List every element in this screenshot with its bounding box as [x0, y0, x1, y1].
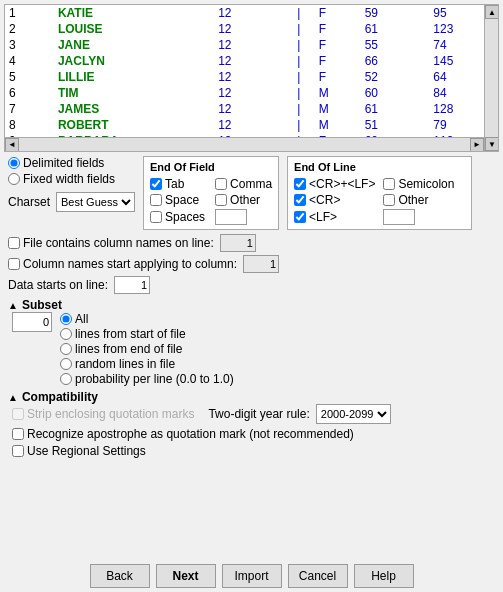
start-radio[interactable]: [60, 328, 72, 340]
delimited-radio[interactable]: [8, 157, 20, 169]
regional-checkbox-label[interactable]: Use Regional Settings: [12, 444, 495, 458]
data-starts-input[interactable]: [114, 276, 150, 294]
end-of-field-panel: End Of Field Tab Comma Space: [143, 156, 279, 230]
prob-radio-label[interactable]: probability per line (0.0 to 1.0): [60, 372, 234, 386]
space-checkbox-label[interactable]: Space: [150, 193, 207, 207]
tab-checkbox-label[interactable]: Tab: [150, 177, 207, 191]
data-starts-field: Data starts on line:: [8, 276, 495, 294]
row-sex: F: [315, 69, 361, 85]
strip-label: Strip enclosing quotation marks: [27, 407, 194, 421]
scroll-down-arrow[interactable]: ▼: [485, 137, 499, 151]
compat-triangle-icon: ▲: [8, 392, 18, 403]
start-label: lines from start of file: [75, 327, 186, 341]
comma-checkbox[interactable]: [215, 178, 227, 190]
all-radio-label[interactable]: All: [60, 312, 234, 326]
scroll-right-arrow[interactable]: ►: [470, 138, 484, 152]
random-label: random lines in file: [75, 357, 175, 371]
spaces-checkbox-label[interactable]: Spaces: [150, 209, 207, 225]
table-row: 7 JAMES 12 | M 61 128: [5, 101, 498, 117]
row-num: 1: [5, 5, 54, 21]
random-radio-label[interactable]: random lines in file: [60, 357, 234, 371]
subset-content: All lines from start of file lines from …: [8, 312, 495, 386]
row-sep: |: [283, 69, 315, 85]
col-names-line-input[interactable]: [220, 234, 256, 252]
help-button[interactable]: Help: [354, 564, 414, 588]
scroll-up-arrow[interactable]: ▲: [485, 5, 499, 19]
all-radio[interactable]: [60, 313, 72, 325]
horizontal-scrollbar[interactable]: ◄ ►: [5, 137, 484, 151]
table-row: 1 KATIE 12 | F 59 95: [5, 5, 498, 21]
row-sep: |: [283, 101, 315, 117]
semicolon-checkbox[interactable]: [383, 178, 395, 190]
cancel-button[interactable]: Cancel: [288, 564, 348, 588]
row-height: 52: [361, 69, 430, 85]
row-height: 60: [361, 85, 430, 101]
cr-checkbox[interactable]: [294, 194, 306, 206]
other-eol-input[interactable]: [383, 209, 415, 225]
col-names-start-input[interactable]: [243, 255, 279, 273]
row-sep: |: [283, 117, 315, 133]
tab-checkbox[interactable]: [150, 178, 162, 190]
next-button[interactable]: Next: [156, 564, 216, 588]
year-select[interactable]: 2000-2099: [316, 404, 391, 424]
strip-checkbox[interactable]: [12, 408, 24, 420]
row-age: 12: [214, 5, 283, 21]
apostrophe-checkbox[interactable]: [12, 428, 24, 440]
import-button[interactable]: Import: [222, 564, 282, 588]
fixed-radio-label[interactable]: Fixed width fields: [8, 172, 135, 186]
scroll-left-arrow[interactable]: ◄: [5, 138, 19, 152]
start-radio-label[interactable]: lines from start of file: [60, 327, 234, 341]
other-eol-checkbox-label[interactable]: Other: [383, 193, 464, 207]
row-height: 66: [361, 53, 430, 69]
other-eof-checkbox[interactable]: [215, 194, 227, 206]
end-radio-label[interactable]: lines from end of file: [60, 342, 234, 356]
regional-checkbox[interactable]: [12, 445, 24, 457]
other-eof-checkbox-label[interactable]: Other: [215, 193, 272, 207]
row-num: 6: [5, 85, 54, 101]
compat-section: ▲ Compatibility Strip enclosing quotatio…: [8, 390, 495, 458]
lf-checkbox-label[interactable]: <LF>: [294, 209, 375, 225]
col-names-line-checkbox-label[interactable]: File contains column names on line:: [8, 236, 214, 250]
col-names-line-checkbox[interactable]: [8, 237, 20, 249]
row-num: 8: [5, 117, 54, 133]
back-button[interactable]: Back: [90, 564, 150, 588]
comma-checkbox-label[interactable]: Comma: [215, 177, 272, 191]
fixed-radio[interactable]: [8, 173, 20, 185]
end-radio[interactable]: [60, 343, 72, 355]
colnames-section: File contains column names on line: Colu…: [8, 234, 495, 294]
row-height: 55: [361, 37, 430, 53]
random-radio[interactable]: [60, 358, 72, 370]
crlf-checkbox-label[interactable]: <CR>+<LF>: [294, 177, 375, 191]
row-name: JANE: [54, 37, 214, 53]
regional-label: Use Regional Settings: [27, 444, 146, 458]
other-eol-label: Other: [398, 193, 428, 207]
delimited-radio-label[interactable]: Delimited fields: [8, 156, 135, 170]
crlf-checkbox[interactable]: [294, 178, 306, 190]
subset-section: ▲ Subset All lines from start of file: [8, 298, 495, 386]
strip-checkbox-label[interactable]: Strip enclosing quotation marks: [12, 407, 194, 421]
all-label: All: [75, 312, 88, 326]
lf-checkbox[interactable]: [294, 211, 306, 223]
vertical-scrollbar[interactable]: ▲ ▼: [484, 5, 498, 151]
col-names-start-checkbox[interactable]: [8, 258, 20, 270]
row-num: 2: [5, 21, 54, 37]
other-eol-checkbox[interactable]: [383, 194, 395, 206]
subset-input[interactable]: [12, 312, 52, 332]
space-label: Space: [165, 193, 199, 207]
col-names-start-checkbox-label[interactable]: Column names start applying to column:: [8, 257, 237, 271]
spaces-checkbox[interactable]: [150, 211, 162, 223]
other-eof-label: Other: [230, 193, 260, 207]
prob-radio[interactable]: [60, 373, 72, 385]
charset-select[interactable]: Best Guess: [56, 192, 135, 212]
semicolon-checkbox-label[interactable]: Semicolon: [383, 177, 464, 191]
lf-label: <LF>: [309, 210, 337, 224]
row-num: 4: [5, 53, 54, 69]
apostrophe-checkbox-label[interactable]: Recognize apostrophe as quotation mark (…: [12, 427, 495, 441]
apostrophe-label: Recognize apostrophe as quotation mark (…: [27, 427, 354, 441]
row-height: 51: [361, 117, 430, 133]
space-checkbox[interactable]: [150, 194, 162, 206]
data-table: 1 KATIE 12 | F 59 95 2 LOUISE 12 | F 61 …: [5, 5, 498, 152]
end-of-field-checkboxes: Tab Comma Space Other: [150, 177, 272, 225]
other-eof-input[interactable]: [215, 209, 247, 225]
cr-checkbox-label[interactable]: <CR>: [294, 193, 375, 207]
